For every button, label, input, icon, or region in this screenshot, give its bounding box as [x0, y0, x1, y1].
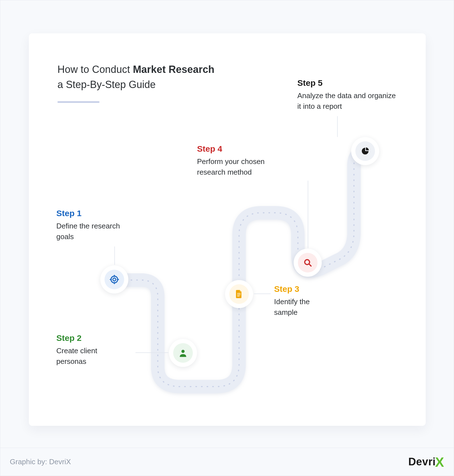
search-icon	[298, 253, 318, 272]
credit-name: DevriX	[49, 457, 71, 466]
svg-point-0	[111, 276, 118, 283]
step-desc: Analyze the data and organize it into a …	[297, 91, 398, 112]
road-diagram: Step 1 Define the research goals Step 2 …	[29, 33, 426, 426]
footer: Graphic by: DevriX DevriX	[0, 448, 454, 476]
step-3-text: Step 3 Identify the sample	[274, 284, 330, 318]
node-step-3	[225, 280, 253, 308]
infographic-card: How to Conduct Market Research a Step-By…	[29, 33, 426, 426]
brand-text: Devri	[408, 456, 436, 468]
svg-point-1	[113, 278, 116, 281]
person-icon	[173, 343, 193, 363]
step-title: Step 4	[197, 144, 292, 154]
node-step-1	[100, 265, 128, 294]
credit-label: Graphic by:	[10, 457, 49, 466]
pie-chart-icon	[355, 141, 375, 161]
node-step-4	[294, 249, 322, 277]
leader-line	[308, 181, 308, 248]
document-icon	[229, 284, 249, 304]
leader-line	[135, 352, 168, 353]
svg-point-2	[181, 350, 184, 353]
step-desc: Identify the sample	[274, 297, 330, 318]
step-5-text: Step 5 Analyze the data and organize it …	[297, 78, 398, 112]
svg-line-7	[309, 264, 311, 266]
leader-line	[337, 116, 338, 137]
step-desc: Define the research goals	[56, 221, 121, 242]
step-desc: Create client personas	[56, 346, 118, 367]
node-step-5	[351, 137, 379, 165]
target-icon	[105, 270, 124, 289]
brand-x-icon: X	[435, 457, 444, 468]
step-title: Step 5	[297, 78, 398, 88]
brand-logo: DevriX	[408, 456, 444, 468]
leader-line	[254, 294, 271, 294]
step-4-text: Step 4 Perform your chosen research meth…	[197, 144, 292, 177]
credit-text: Graphic by: DevriX	[10, 457, 71, 466]
page: How to Conduct Market Research a Step-By…	[0, 0, 454, 476]
step-1-text: Step 1 Define the research goals	[56, 209, 121, 242]
step-title: Step 3	[274, 284, 330, 294]
step-title: Step 1	[56, 209, 121, 218]
node-step-2	[169, 339, 197, 367]
leader-line	[114, 246, 115, 265]
step-desc: Perform your chosen research method	[197, 156, 292, 177]
step-2-text: Step 2 Create client personas	[56, 333, 118, 367]
step-title: Step 2	[56, 333, 118, 343]
